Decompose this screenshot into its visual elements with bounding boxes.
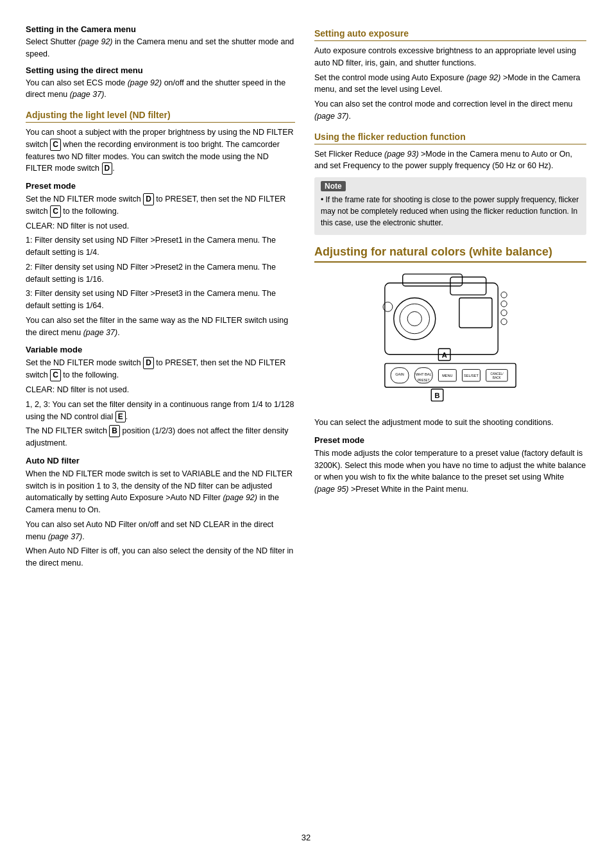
setting-camera-menu-body: Select Shutter (page 92) in the Camera m… — [26, 36, 295, 60]
auto-exposure-body1: Auto exposure controls excessive brightn… — [314, 45, 586, 69]
preset-item2: 2: Filter density set using ND Filter >P… — [26, 261, 295, 286]
svg-text:WHT BAL: WHT BAL — [416, 372, 432, 376]
variable-mode-body: Set the ND FILTER mode switch D to PRESE… — [26, 357, 295, 381]
page-number: 32 — [26, 833, 586, 842]
flicker-title: Using the flicker reduction function — [314, 132, 586, 144]
wb-preset-mode-body: This mode adjusts the color temperature … — [314, 447, 586, 496]
right-column: Setting auto exposure Auto exposure cont… — [314, 19, 586, 820]
auto-nd-body3: When Auto ND Filter is off, you can also… — [26, 545, 295, 569]
variable-clear: CLEAR: ND filter is not used. — [26, 384, 295, 396]
svg-text:B: B — [435, 392, 440, 399]
svg-text:A: A — [442, 351, 447, 359]
nd-filter-section-title: Adjusting the light level (ND filter) — [26, 110, 295, 123]
svg-text:PRESET: PRESET — [418, 379, 430, 382]
note-body: • If the frame rate for shooting is clos… — [321, 194, 580, 229]
var-switch-b: B — [109, 425, 120, 437]
camera-svg: A GAIN WHT BAL MENU SEL/SET CANCEL/ BACK — [367, 269, 534, 410]
svg-point-9 — [501, 310, 507, 316]
svg-point-7 — [501, 292, 507, 298]
preset-item3: 3: Filter density set using ND Filter >P… — [26, 288, 295, 312]
preset-clear: CLEAR: ND filter is not used. — [26, 220, 295, 232]
setting-direct-menu-body: You can also set ECS mode (page 92) on/o… — [26, 77, 295, 101]
preset-also: You can also set the filter in the same … — [26, 315, 295, 339]
svg-rect-6 — [403, 274, 463, 286]
svg-point-3 — [407, 311, 421, 326]
note-box: Note • If the frame rate for shooting is… — [314, 177, 586, 235]
svg-text:BACK: BACK — [493, 376, 502, 379]
auto-exposure-title: Setting auto exposure — [314, 28, 586, 41]
setting-camera-menu-title: Setting in the Camera menu — [26, 24, 295, 34]
svg-point-10 — [501, 319, 507, 325]
page: Setting in the Camera menu Select Shutte… — [0, 0, 612, 868]
auto-exposure-body2: Set the control mode using Auto Exposure… — [314, 72, 586, 96]
white-balance-body: You can select the adjustment mode to su… — [314, 417, 586, 429]
auto-nd-title: Auto ND filter — [26, 456, 295, 465]
var-switch-e: E — [115, 411, 126, 423]
auto-nd-body2: You can also set Auto ND Filter on/off a… — [26, 519, 295, 543]
auto-nd-body1: When the ND FILTER mode switch is set to… — [26, 468, 295, 516]
nd-filter-intro: You can shoot a subject with the proper … — [26, 126, 295, 175]
svg-point-8 — [501, 301, 507, 307]
variable-items: 1, 2, 3: You can set the filter density … — [26, 399, 295, 423]
var-switch-d: D — [143, 357, 154, 369]
svg-rect-0 — [385, 283, 498, 354]
svg-point-2 — [400, 304, 429, 333]
svg-text:SEL/SET: SEL/SET — [464, 374, 479, 378]
auto-exposure-body3: You can also set the control mode and co… — [314, 98, 586, 123]
white-balance-big-title: Adjusting for natural colors (white bala… — [314, 245, 586, 263]
svg-text:MENU: MENU — [442, 374, 452, 378]
variable-b: The ND FILTER switch B position (1/2/3) … — [26, 425, 295, 449]
variable-mode-title: Variable mode — [26, 345, 295, 354]
switch-c-badge: C — [50, 139, 61, 151]
flicker-body: Set Flicker Reduce (page 93) >Mode in th… — [314, 148, 586, 173]
preset-mode-body: Set the ND FILTER mode switch D to PRESE… — [26, 193, 295, 218]
svg-text:CANCEL/: CANCEL/ — [490, 372, 504, 376]
svg-rect-5 — [459, 298, 492, 327]
preset-switch-d: D — [143, 193, 154, 205]
svg-text:GAIN: GAIN — [395, 372, 404, 376]
var-switch-c: C — [50, 369, 61, 381]
wb-preset-mode-title: Preset mode — [314, 435, 586, 445]
camera-diagram: A GAIN WHT BAL MENU SEL/SET CANCEL/ BACK — [314, 269, 586, 410]
note-label: Note — [321, 181, 346, 191]
left-column: Setting in the Camera menu Select Shutte… — [26, 19, 295, 820]
preset-switch-c: C — [50, 205, 61, 218]
preset-item1: 1: Filter density set using ND Filter >P… — [26, 234, 295, 259]
two-column-layout: Setting in the Camera menu Select Shutte… — [26, 19, 586, 820]
setting-direct-menu-title: Setting using the direct menu — [26, 65, 295, 75]
switch-d-badge: D — [102, 162, 113, 175]
preset-mode-title: Preset mode — [26, 181, 295, 191]
